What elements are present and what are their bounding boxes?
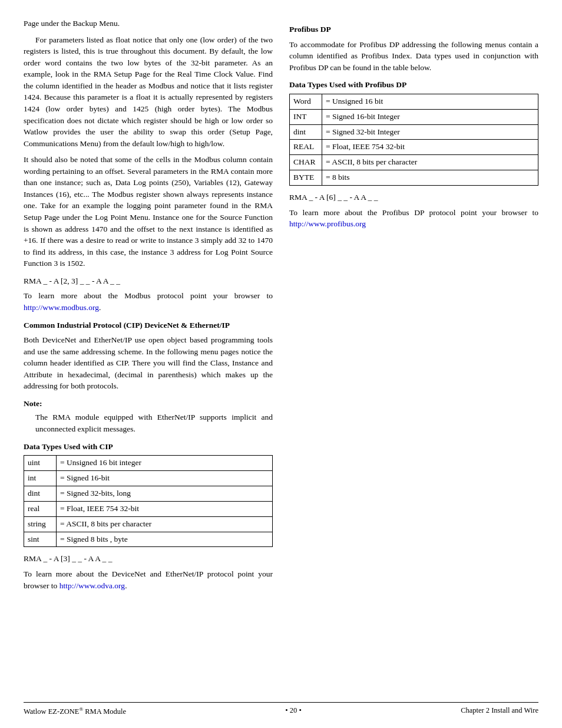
profibus-table: Word= Unsigned 16 bitINT= Signed 16-bit … (289, 94, 538, 186)
profibus-table-heading: Data Types Used with Profibus DP (289, 79, 538, 91)
modbus-learn: To learn more about the Modbus protocol … (24, 290, 273, 313)
rma-line3: RMA _ - A [6] _ _ - A A _ _ (289, 192, 538, 203)
profibus-type-cell: BYTE (290, 170, 322, 186)
cip-type-cell: int (24, 471, 57, 486)
para2: For parameters listed as float notice th… (24, 34, 273, 150)
para3: It should also be noted that some of the… (24, 154, 273, 269)
profibus-type-cell: Word (290, 94, 322, 109)
note-text: The RMA module equipped with EtherNet/IP… (35, 411, 273, 434)
table-row: uint= Unsigned 16 bit integer (24, 456, 273, 471)
footer-center: • 20 • (285, 706, 302, 716)
profibus-type-cell: INT (290, 109, 322, 124)
table-row: BYTE= 8 bits (290, 170, 538, 186)
profibus-type-cell: REAL (290, 140, 322, 155)
cip-type-cell: uint (24, 456, 57, 471)
table-row: dint= Signed 32-bit Integer (290, 124, 538, 140)
profibus-type-cell: CHAR (290, 155, 322, 170)
profibus-heading: Profibus DP (289, 24, 538, 35)
page-footer: Watlow EZ-ZONE® RMA Module • 20 • Chapte… (24, 702, 538, 716)
page: Page under the Backup Menu. For paramete… (0, 0, 562, 728)
rma-line2: RMA _ - A [3] _ _ - A A _ _ (24, 553, 273, 565)
cip-desc-cell: = Signed 32-bits, long (57, 486, 273, 501)
cip-desc-cell: = Signed 8 bits , byte (57, 532, 273, 547)
cip-table-heading: Data Types Used with CIP (24, 441, 273, 453)
cip-type-cell: real (24, 501, 57, 516)
cip-type-cell: dint (24, 486, 57, 501)
right-column: Profibus DP To accommodate for Profibus … (289, 18, 538, 693)
main-columns: Page under the Backup Menu. For paramete… (24, 18, 538, 693)
cip-desc-cell: = Signed 16-bit (57, 471, 273, 486)
left-column: Page under the Backup Menu. For paramete… (24, 18, 273, 693)
table-row: INT= Signed 16-bit Integer (290, 109, 538, 124)
cip-desc-cell: = Unsigned 16 bit integer (57, 456, 273, 471)
cip-type-cell: sint (24, 532, 57, 547)
cip-learn: To learn more about the DeviceNet and Et… (24, 568, 273, 591)
note-label: Note: (24, 398, 273, 410)
table-row: sint= Signed 8 bits , byte (24, 532, 273, 547)
profibus-desc-cell: = ASCII, 8 bits per character (322, 155, 538, 170)
profibus-type-cell: dint (290, 124, 322, 140)
cip-type-cell: string (24, 516, 57, 532)
table-row: dint= Signed 32-bits, long (24, 486, 273, 501)
profibus-link[interactable]: http://www.profibus.org (289, 219, 366, 228)
profibus-desc-cell: = Signed 16-bit Integer (322, 109, 538, 124)
profibus-learn: To learn more about the Profibus DP prot… (289, 207, 538, 230)
profibus-desc-cell: = Float, IEEE 754 32-bit (322, 140, 538, 155)
cip-desc-cell: = ASCII, 8 bits per character (57, 516, 273, 532)
table-row: CHAR= ASCII, 8 bits per character (290, 155, 538, 170)
cip-link[interactable]: http://www.odva.org (59, 581, 125, 590)
profibus-desc-cell: = Signed 32-bit Integer (322, 124, 538, 140)
profibus-para: To accommodate for Profibus DP addressin… (289, 39, 538, 74)
table-row: string= ASCII, 8 bits per character (24, 516, 273, 532)
footer-brand: Watlow EZ-ZONE® RMA Module (24, 707, 126, 716)
footer-left: Watlow EZ-ZONE® RMA Module (24, 706, 126, 716)
rma-line1: RMA _ - A [2, 3] _ _ - A A _ _ (24, 275, 273, 287)
cip-heading: Common Industrial Protocol (CIP) DeviceN… (24, 319, 273, 331)
table-row: int= Signed 16-bit (24, 471, 273, 486)
table-row: REAL= Float, IEEE 754 32-bit (290, 140, 538, 155)
table-row: Word= Unsigned 16 bit (290, 94, 538, 109)
profibus-desc-cell: = Unsigned 16 bit (322, 94, 538, 109)
footer-right: Chapter 2 Install and Wire (461, 706, 538, 716)
cip-table: uint= Unsigned 16 bit integerint= Signed… (24, 455, 273, 547)
cip-desc-cell: = Float, IEEE 754 32-bit (57, 501, 273, 516)
table-row: real= Float, IEEE 754 32-bit (24, 501, 273, 516)
modbus-link[interactable]: http://www.modbus.org (24, 303, 99, 312)
cip-para: Both DeviceNet and EtherNet/IP use open … (24, 334, 273, 392)
para1: Page under the Backup Menu. (24, 18, 273, 29)
profibus-desc-cell: = 8 bits (322, 170, 538, 186)
